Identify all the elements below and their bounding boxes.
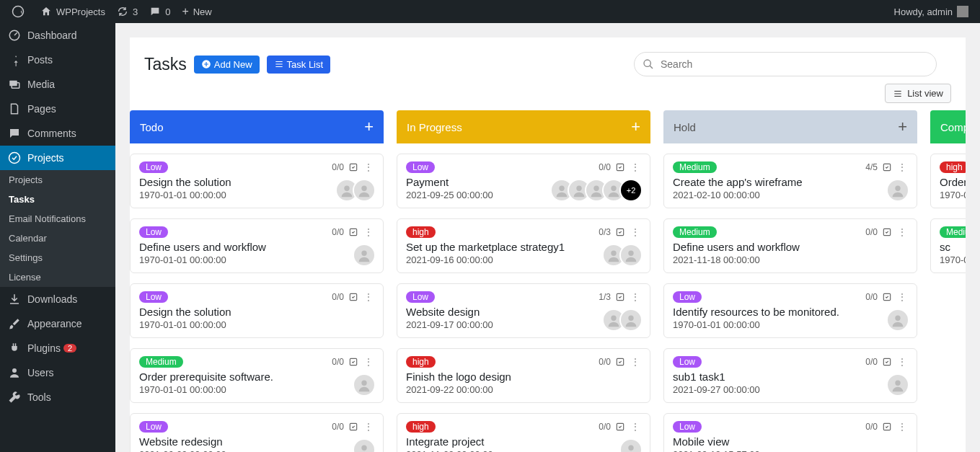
search-input[interactable] [634, 52, 937, 76]
priority-tag: Medium [673, 161, 717, 173]
card-menu-button[interactable]: ⋮ [896, 162, 908, 172]
sidebar-item-dashboard[interactable]: Dashboard [0, 23, 115, 48]
priority-tag: Low [406, 291, 435, 303]
checklist-icon [882, 162, 892, 172]
site-link[interactable]: WPProjects [35, 0, 111, 23]
comments-link[interactable]: 0 [144, 0, 176, 23]
list-view-button[interactable]: List view [885, 84, 951, 103]
subtask-count: 4/5 [865, 162, 878, 172]
card-menu-button[interactable]: ⋮ [896, 292, 908, 302]
task-card[interactable]: Medium0/0⋮Order prerequisite software.19… [130, 348, 384, 403]
card-menu-button[interactable]: ⋮ [896, 227, 908, 237]
column-title: In Progress [407, 121, 462, 133]
sidebar-item-appearance[interactable]: Appearance [0, 311, 115, 336]
submenu-item-settings[interactable]: Settings [0, 248, 115, 267]
sidebar-item-media[interactable]: Media [0, 72, 115, 97]
sidebar-item-tools[interactable]: Tools [0, 385, 115, 409]
user-menu[interactable]: Howdy, admin [888, 0, 974, 23]
card-title: Identify resources to be monitored. [673, 306, 908, 318]
card-menu-button[interactable]: ⋮ [363, 292, 374, 302]
wp-logo[interactable] [6, 0, 35, 23]
assignees [886, 309, 909, 332]
card-date: 1970-01-0 [940, 254, 966, 265]
add-card-button[interactable]: + [631, 118, 640, 136]
check-icon [7, 151, 22, 164]
avatar [886, 179, 909, 202]
card-menu-button[interactable]: ⋮ [630, 162, 641, 172]
task-card[interactable]: high0/0⋮Finish the logo design2021-09-22… [397, 348, 650, 403]
submenu-item-email-notifications[interactable]: Email Notifications [0, 209, 115, 229]
updates-link[interactable]: 3 [111, 0, 144, 23]
assignees [886, 179, 909, 202]
card-date: 2021-11-18 00:00:00 [673, 254, 908, 265]
task-card[interactable]: Low1/3⋮Website design2021-09-17 00:00:00 [397, 283, 650, 338]
submenu-item-calendar[interactable]: Calendar [0, 229, 115, 248]
priority-tag: high [406, 421, 436, 433]
checklist-icon [882, 227, 892, 237]
checklist-icon [882, 292, 892, 302]
sidebar-item-downloads[interactable]: Downloads [0, 287, 115, 311]
assignees [619, 438, 643, 452]
card-date: 2021-02-10 00:00:00 [673, 190, 908, 200]
priority-tag: high [940, 161, 966, 173]
task-card[interactable]: Low0/0⋮Website redesign2021-06-09 00:00:… [130, 413, 384, 452]
task-card[interactable]: high0/0⋮Integrate project2021-11-09 00:0… [397, 413, 650, 452]
column-title: Hold [674, 121, 696, 133]
admin-bar: WPProjects 3 0 + New Howdy, admin [0, 0, 980, 23]
card-title: Design the solution [139, 306, 374, 318]
task-card[interactable]: Low0/0⋮sub1 task12021-09-27 00:00:00 [663, 348, 917, 403]
card-menu-button[interactable]: ⋮ [363, 227, 374, 237]
task-card[interactable]: Low0/0⋮Payment2021-09-25 00:00:00+2 [397, 154, 650, 208]
task-list-button[interactable]: Task List [267, 56, 331, 74]
sidebar-item-pages[interactable]: Pages [0, 97, 115, 121]
submenu-item-projects[interactable]: Projects [0, 170, 115, 190]
checklist-icon [882, 422, 892, 432]
add-new-button[interactable]: Add New [194, 56, 260, 74]
card-menu-button[interactable]: ⋮ [896, 422, 908, 432]
card-title: Order prerequisite software. [139, 371, 374, 383]
sidebar-item-label: Media [27, 79, 55, 90]
card-menu-button[interactable]: ⋮ [630, 357, 641, 367]
assignees [335, 179, 376, 202]
main-content: Tasks Add New Task List List view [115, 23, 980, 452]
admin-sidebar: DashboardPostsMediaPagesCommentsProjects… [0, 23, 115, 452]
add-card-button[interactable]: + [898, 118, 907, 136]
task-card[interactable]: Low0/0⋮Define users and workflow1970-01-… [130, 218, 384, 273]
card-menu-button[interactable]: ⋮ [630, 227, 641, 237]
card-menu-button[interactable]: ⋮ [363, 422, 374, 432]
card-date: 2021-09-19 15:57:00 [673, 449, 908, 452]
task-card[interactable]: Medium⋮sc1970-01-0 [930, 218, 966, 273]
media-icon [7, 78, 22, 91]
card-menu-button[interactable]: ⋮ [630, 422, 641, 432]
avatar [353, 179, 376, 202]
card-menu-button[interactable]: ⋮ [896, 357, 908, 367]
card-menu-button[interactable]: ⋮ [363, 357, 374, 367]
new-link[interactable]: + New [176, 0, 217, 23]
sidebar-item-posts[interactable]: Posts [0, 48, 115, 72]
column-hold: Hold+Medium4/5⋮Create the app's wirefram… [663, 110, 917, 452]
checklist-icon [615, 422, 625, 432]
task-card[interactable]: Low0/0⋮Design the solution1970-01-01 00:… [130, 154, 384, 208]
avatar [353, 438, 376, 452]
sidebar-item-users[interactable]: Users [0, 360, 115, 385]
task-card[interactable]: Low0/0⋮Design the solution1970-01-01 00:… [130, 283, 384, 338]
sidebar-item-comments[interactable]: Comments [0, 121, 115, 146]
sidebar-item-projects[interactable]: Projects [0, 146, 115, 170]
card-menu-button[interactable]: ⋮ [363, 162, 374, 172]
submenu-item-tasks[interactable]: Tasks [0, 190, 115, 209]
task-card[interactable]: Medium4/5⋮Create the app's wireframe2021… [663, 154, 917, 208]
task-card[interactable]: Low0/0⋮Identify resources to be monitore… [663, 283, 917, 338]
task-card[interactable]: Medium0/0⋮Define users and workflow2021-… [663, 218, 917, 273]
add-card-button[interactable]: + [364, 118, 374, 136]
submenu-item-license[interactable]: License [0, 267, 115, 287]
task-card[interactable]: high⋮Order pr1970-01-0 [930, 154, 966, 208]
card-date: 1970-01-0 [940, 190, 966, 200]
sidebar-item-plugins[interactable]: Plugins2 [0, 336, 115, 360]
user-icon [7, 366, 22, 379]
subtask-count: 0/0 [599, 422, 611, 432]
task-card[interactable]: high0/3⋮Set up the marketplace strategy1… [397, 218, 650, 273]
checklist-icon [348, 292, 358, 302]
card-menu-button[interactable]: ⋮ [630, 292, 641, 302]
task-card[interactable]: Low0/0⋮Mobile view2021-09-19 15:57:00 [663, 413, 917, 452]
subtask-count: 0/0 [332, 162, 344, 172]
